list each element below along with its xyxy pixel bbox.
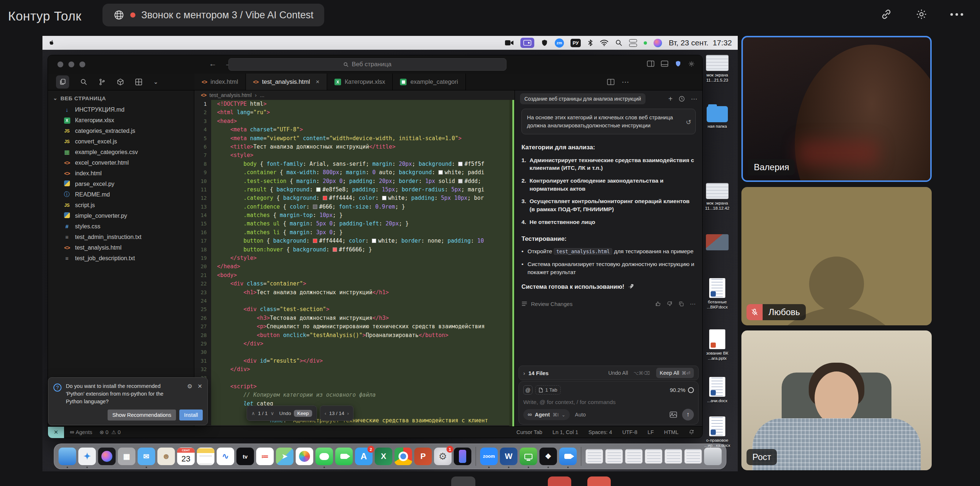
dock-calendar-icon[interactable]: СЕНТ23 — [177, 448, 195, 465]
notification-gear-icon[interactable]: ⚙ — [187, 383, 192, 390]
undo-all-button[interactable]: Undo All — [608, 370, 628, 376]
zoom-menubar-icon[interactable]: zm — [555, 38, 564, 48]
chat-history-icon[interactable] — [678, 96, 685, 102]
screen-sharing-active-icon[interactable] — [520, 38, 534, 48]
copy-link-icon[interactable] — [880, 8, 892, 21]
breadcrumb[interactable]: <> test_analysis.html › ... — [194, 91, 514, 100]
dock-messages-icon[interactable] — [315, 448, 333, 465]
statusbar-item[interactable]: UTF-8 — [622, 429, 638, 435]
changed-files-bar[interactable]: › 14 Files Undo All ⌥⌘⌫ Keep All⌘⏎ — [519, 366, 698, 380]
chat-input-placeholder[interactable]: Write, @ for context, / for commands — [523, 399, 694, 405]
desktop-icon[interactable]: мок экрана 11...18.12.42 — [700, 183, 735, 211]
dock-reminders-icon[interactable]: ≔ — [256, 448, 274, 465]
dock-mail-icon[interactable]: ✉ — [138, 448, 155, 465]
show-recommendations-button[interactable]: Show Recommendations — [108, 410, 176, 421]
split-editor-icon[interactable] — [607, 79, 614, 85]
command-search-box[interactable]: Веб страница — [228, 58, 506, 71]
more-menu-icon[interactable] — [950, 13, 963, 16]
dock-powerpoint-icon[interactable]: P — [414, 448, 432, 465]
agents-status[interactable]: ∞ Agents — [70, 429, 92, 435]
dock-safari-icon[interactable]: ✦ — [78, 448, 96, 465]
dock-settings-icon[interactable]: ⚙1 — [434, 448, 452, 465]
bluetooth-icon[interactable] — [587, 39, 593, 47]
call-title-pill[interactable]: Звонок с ментором 3 / Vibe AI Contest — [102, 4, 324, 26]
close-tab-icon[interactable]: × — [316, 78, 320, 86]
dock-launchpad-icon[interactable]: ▦ — [118, 448, 135, 465]
file-item[interactable]: JSscript.js — [48, 200, 194, 210]
settings-gear-icon[interactable] — [915, 8, 928, 21]
dock-telemost-icon[interactable] — [559, 448, 577, 465]
dock-word-icon[interactable]: W — [500, 448, 517, 465]
dock-minimized-window[interactable] — [665, 449, 682, 464]
install-button[interactable]: Install — [179, 410, 203, 421]
source-control-icon[interactable] — [99, 78, 106, 86]
file-item[interactable]: parse_excel.py — [48, 178, 194, 189]
dock-notes-icon[interactable] — [197, 448, 215, 465]
window-controls[interactable] — [57, 62, 85, 67]
file-prev-icon[interactable]: ‹ — [325, 411, 326, 416]
desktop-icon[interactable]: зование ВК ...ага.pptx — [700, 329, 735, 361]
dock-finder-icon[interactable] — [59, 448, 76, 465]
file-item[interactable]: JScategories_extracted.js — [48, 126, 194, 136]
window-titlebar[interactable]: ←→ Веб страница — [48, 55, 702, 73]
dock-facetime-icon[interactable] — [335, 448, 353, 465]
problems-status[interactable]: ⊗ 0 ⚠ 0 — [100, 429, 120, 435]
dock-freeform-icon[interactable]: ∿ — [216, 448, 234, 465]
editor-tab[interactable]: ▦example_categori — [393, 73, 466, 90]
control-center-icon[interactable] — [629, 39, 637, 47]
diff-keep-button[interactable]: Keep — [294, 410, 312, 417]
dock-siri-icon[interactable] — [98, 448, 116, 465]
explorer-icon[interactable] — [56, 75, 69, 89]
nav-back-icon[interactable]: ← — [209, 59, 216, 68]
dock-minimized-window[interactable] — [684, 449, 702, 464]
review-more-icon[interactable]: ⋯ — [690, 300, 696, 308]
thumbs-up-icon[interactable] — [655, 301, 661, 307]
shield-menubar-icon[interactable] — [541, 39, 548, 47]
dock-photos-icon[interactable] — [296, 448, 313, 465]
send-button[interactable]: ↑ — [682, 409, 694, 421]
desktop-icon[interactable]: мок экрана 11...21.5.23 — [700, 55, 735, 83]
file-item[interactable]: JSconvert_excel.js — [48, 136, 194, 147]
restore-checkpoint-icon[interactable]: ↺ — [686, 118, 691, 127]
dock-cursor-icon[interactable]: ❖ — [539, 448, 557, 465]
panels-grid-icon[interactable] — [135, 78, 142, 86]
spotlight-search-icon[interactable] — [615, 39, 622, 46]
wifi-icon[interactable] — [600, 39, 609, 46]
explorer-folder-header[interactable]: ⌄ ВЕБ СТРАНИЦА — [48, 92, 194, 104]
attach-image-icon[interactable] — [670, 411, 677, 418]
file-item[interactable]: ▦example_categories.csv — [48, 147, 194, 157]
diff-prev-icon[interactable]: ∧ — [251, 410, 255, 416]
dock-maps-icon[interactable]: ➤ — [276, 448, 293, 465]
thumbs-down-icon[interactable] — [667, 301, 673, 307]
dock-minimized-window[interactable] — [585, 449, 603, 464]
desktop-icon[interactable]: ...ачи.docx — [700, 377, 735, 403]
editor-tab[interactable]: XКатегории.xlsx — [327, 73, 393, 90]
copy-icon[interactable] — [678, 301, 684, 307]
dock-trash-icon[interactable] — [704, 448, 722, 465]
chat-more-icon[interactable]: ⋯ — [691, 95, 697, 103]
participant-tile[interactable]: Валерия — [741, 36, 932, 182]
file-item[interactable]: ≡test_job_description.txt — [48, 253, 194, 263]
file-next-icon[interactable]: › — [347, 411, 349, 416]
file-item[interactable]: ⓘREADME.md — [48, 189, 194, 200]
chevron-down-icon[interactable]: ⌄ — [153, 78, 158, 85]
file-item[interactable]: <>test_analysis.html — [48, 242, 194, 253]
file-item[interactable]: #styles.css — [48, 221, 194, 232]
participant-tile[interactable]: Любовь — [741, 187, 932, 325]
file-item[interactable]: XКатегории.xlsx — [48, 115, 194, 126]
call-control-button[interactable] — [548, 476, 571, 486]
add-context-button[interactable]: @ — [523, 386, 533, 395]
model-selector[interactable]: Auto — [575, 412, 586, 417]
keep-all-button[interactable]: Keep All⌘⏎ — [656, 368, 694, 378]
extensions-ic on[interactable] — [117, 78, 124, 86]
dock-tolk-icon[interactable] — [520, 448, 537, 465]
editor-tab[interactable]: <>test_analysis.html× — [246, 73, 327, 90]
desktop-icon[interactable]: ботанные ...ВКР.docx — [700, 278, 735, 310]
dock-minimized-window[interactable] — [645, 449, 662, 464]
file-item[interactable]: <>excel_converter.html — [48, 157, 194, 168]
editor-tab[interactable]: <>index.html — [194, 73, 246, 90]
keyboard-layout-indicator[interactable]: РУ — [571, 39, 581, 47]
panel-bottom-icon[interactable] — [661, 61, 668, 67]
tab-more-icon[interactable]: ⋯ — [622, 78, 629, 86]
agent-mode-selector[interactable]: ∞Agent ⌘I⌄ — [523, 409, 570, 420]
